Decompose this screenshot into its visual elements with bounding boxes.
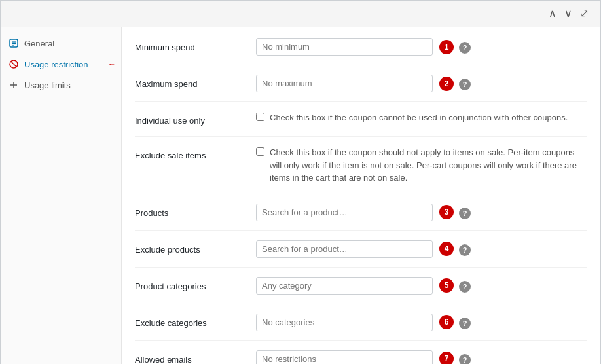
form-control-product-categories: 5? — [256, 277, 587, 295]
coupon-data-panel: ∧ ∨ ⤢ General Usage restriction← Usage l… — [0, 0, 601, 364]
form-label-exclude-sale-items: Exclude sale items — [135, 146, 256, 162]
checkbox-exclude-sale-items[interactable] — [256, 147, 264, 156]
badge-products: 3 — [439, 205, 454, 219]
help-icon-product-categories[interactable]: ? — [459, 281, 471, 293]
checkbox-label-individual-use-only: Check this box if the coupon cannot be u… — [270, 111, 568, 124]
form-control-individual-use-only: Check this box if the coupon cannot be u… — [256, 111, 587, 124]
help-icon-maximum-spend[interactable]: ? — [459, 79, 471, 90]
label-text-product-categories: Product categories — [135, 282, 206, 291]
label-text-minimum-spend: Minimum spend — [135, 43, 195, 52]
form-label-allowed-emails: Allowed emails — [135, 350, 256, 364]
sidebar-item-usage-limits[interactable]: Usage limits — [1, 75, 121, 96]
sidebar-item-general[interactable]: General — [1, 33, 121, 54]
form-row-exclude-sale-items: Exclude sale itemsCheck this box if the … — [135, 146, 587, 194]
form-control-products: 3? — [256, 204, 587, 221]
input-minimum-spend[interactable] — [256, 38, 433, 56]
panel-body: General Usage restriction← Usage limits … — [1, 27, 600, 364]
input-exclude-products[interactable] — [256, 240, 433, 258]
label-text-individual-use-only: Individual use only — [135, 116, 205, 126]
panel-header: ∧ ∨ ⤢ — [1, 1, 600, 27]
label-text-exclude-sale-items: Exclude sale items — [135, 151, 206, 160]
sidebar-arrow-icon: ← — [108, 60, 116, 69]
label-text-products: Products — [135, 208, 168, 218]
form-row-individual-use-only: Individual use onlyCheck this box if the… — [135, 111, 587, 137]
sidebar-icon-usage-limits — [9, 80, 19, 90]
help-icon-products[interactable]: ? — [459, 208, 471, 219]
form-row-minimum-spend: Minimum spend1? — [135, 38, 587, 65]
help-icon-exclude-products[interactable]: ? — [459, 244, 471, 256]
input-product-categories[interactable] — [256, 277, 433, 295]
collapse-down-button[interactable]: ∨ — [562, 7, 575, 20]
input-maximum-spend[interactable] — [256, 75, 433, 92]
form-label-exclude-categories: Exclude categories — [135, 314, 256, 329]
main-content: Minimum spend1?Maximum spend2?Individual… — [122, 27, 600, 364]
sidebar-label-usage-limits: Usage limits — [24, 81, 71, 90]
label-text-exclude-products: Exclude products — [135, 245, 200, 255]
form-control-allowed-emails: 7? — [256, 350, 587, 364]
checkbox-individual-use-only[interactable] — [256, 113, 264, 121]
help-icon-minimum-spend[interactable]: ? — [459, 42, 471, 54]
form-control-maximum-spend: 2? — [256, 75, 587, 92]
sidebar: General Usage restriction← Usage limits — [1, 27, 122, 364]
checkbox-label-exclude-sale-items: Check this box if the coupon should not … — [270, 146, 587, 185]
svg-line-5 — [11, 62, 16, 67]
sidebar-item-usage-restriction[interactable]: Usage restriction← — [1, 54, 121, 75]
form-label-products: Products — [135, 204, 256, 219]
form-row-product-categories: Product categories5? — [135, 277, 587, 304]
sidebar-label-usage-restriction: Usage restriction — [24, 60, 88, 69]
sidebar-icon-usage-restriction — [9, 59, 19, 69]
label-text-exclude-categories: Exclude categories — [135, 318, 207, 328]
sidebar-icon-general — [9, 38, 19, 48]
form-label-individual-use-only: Individual use only — [135, 111, 256, 127]
form-row-exclude-products: Exclude products4? — [135, 240, 587, 268]
label-text-allowed-emails: Allowed emails — [135, 355, 192, 364]
form-label-exclude-products: Exclude products — [135, 240, 256, 256]
form-row-maximum-spend: Maximum spend2? — [135, 75, 587, 102]
form-row-allowed-emails: Allowed emails7? — [135, 350, 587, 364]
form-label-maximum-spend: Maximum spend — [135, 75, 256, 90]
input-allowed-emails[interactable] — [256, 350, 433, 364]
form-control-exclude-sale-items: Check this box if the coupon should not … — [256, 146, 587, 185]
form-control-exclude-categories: 6? — [256, 314, 587, 331]
badge-exclude-categories: 6 — [439, 315, 454, 329]
badge-exclude-products: 4 — [439, 242, 454, 256]
sidebar-label-general: General — [24, 39, 54, 48]
badge-product-categories: 5 — [439, 278, 454, 293]
form-row-products: Products3? — [135, 204, 587, 231]
badge-maximum-spend: 2 — [439, 77, 454, 91]
checkbox-wrapper-individual-use-only: Check this box if the coupon cannot be u… — [256, 111, 568, 124]
help-icon-allowed-emails[interactable]: ? — [459, 354, 471, 364]
badge-allowed-emails: 7 — [439, 352, 454, 364]
form-label-product-categories: Product categories — [135, 277, 256, 293]
input-products[interactable] — [256, 204, 433, 221]
form-row-exclude-categories: Exclude categories6? — [135, 314, 587, 341]
resize-button[interactable]: ⤢ — [577, 7, 591, 20]
form-control-minimum-spend: 1? — [256, 38, 587, 56]
panel-controls: ∧ ∨ ⤢ — [546, 7, 591, 20]
badge-minimum-spend: 1 — [439, 40, 454, 54]
input-exclude-categories[interactable] — [256, 314, 433, 331]
help-icon-exclude-categories[interactable]: ? — [459, 318, 471, 329]
form-control-exclude-products: 4? — [256, 240, 587, 258]
label-text-maximum-spend: Maximum spend — [135, 79, 197, 89]
form-label-minimum-spend: Minimum spend — [135, 38, 256, 54]
collapse-up-button[interactable]: ∧ — [546, 7, 559, 20]
checkbox-wrapper-exclude-sale-items: Check this box if the coupon should not … — [256, 146, 587, 185]
